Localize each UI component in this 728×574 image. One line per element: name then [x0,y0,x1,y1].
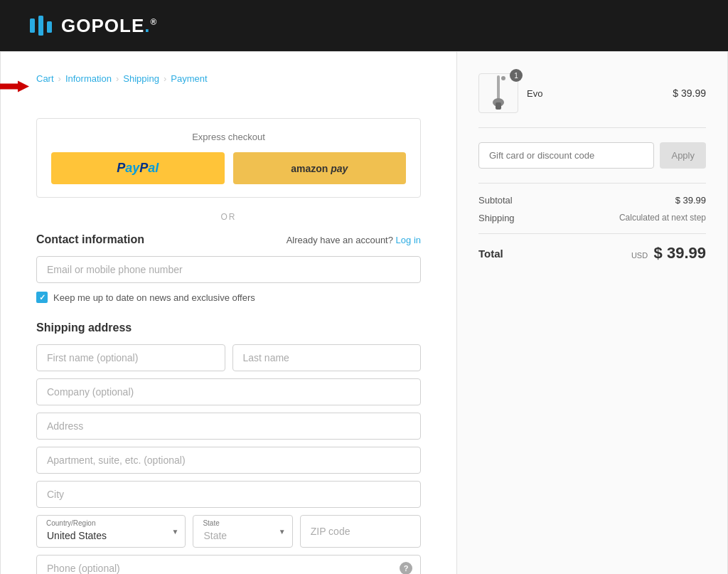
discount-row: Apply [478,142,706,169]
express-buttons: PayPal amazon pay [51,152,406,184]
phone-help-icon[interactable]: ? [400,562,412,574]
amazon-pay-logo: amazon pay [291,163,348,174]
paypal-button[interactable]: PayPal [51,152,225,184]
country-wrapper: Country/Region United States ▼ [36,515,186,548]
right-panel: 1 Evo $ 39.99 Apply Subtotal $ 39.99 Shi… [457,52,727,574]
product-price: $ 39.99 [673,87,706,99]
email-group [36,256,421,283]
or-divider: OR [36,212,421,222]
product-info: 1 Evo [478,73,542,113]
express-checkout-title: Express checkout [51,132,406,142]
svg-rect-7 [496,102,501,110]
contact-section-header: Contact information Already have an acco… [36,233,421,246]
first-name-input[interactable] [36,344,225,371]
svg-rect-0 [30,18,35,33]
state-wrapper: State State ▼ [193,515,292,548]
logo-reg: ® [150,17,157,27]
product-image: 1 [478,73,518,113]
city-input[interactable] [36,481,421,508]
breadcrumb-sep-1: › [58,73,61,84]
address-input[interactable] [36,413,421,440]
contact-section-title: Contact information [36,233,144,246]
product-name: Evo [527,88,542,99]
header: GOPOLE.® [0,0,728,51]
shipping-section: Shipping address Country/Region [36,321,421,574]
name-row [36,344,421,371]
company-group [36,378,421,405]
apt-group [36,447,421,474]
svg-rect-2 [47,21,52,33]
total-usd-label: USD [631,251,648,260]
breadcrumb-sep-3: › [164,73,166,84]
product-badge: 1 [510,69,523,82]
svg-point-8 [501,76,505,80]
email-input[interactable] [36,256,421,283]
main-wrapper: Cart › Information › Shipping › Payment … [0,51,728,574]
product-svg [488,75,509,111]
shipping-row: Shipping Calculated at next step [478,213,706,223]
city-group [36,481,421,508]
grand-total-label: Total [478,248,503,260]
phone-input[interactable] [36,555,421,574]
breadcrumb: Cart › Information › Shipping › Payment [36,73,208,84]
country-label: Country/Region [46,519,95,527]
logo-text: GOPOLE.® [61,15,157,37]
grand-total-value: USD $ 39.99 [631,244,706,262]
country-state-zip-row: Country/Region United States ▼ State Sta… [36,515,421,548]
svg-marker-3 [0,80,29,92]
svg-rect-1 [38,16,43,36]
breadcrumb-arrow-indicator [0,78,29,97]
address-group [36,413,421,440]
amazon-pay-button[interactable]: amazon pay [233,152,407,184]
express-checkout-section: Express checkout PayPal amazon pay [36,118,421,198]
totals-section: Subtotal $ 39.99 Shipping Calculated at … [478,183,706,223]
state-label: State [203,519,219,527]
already-account-text: Already have an account? Log in [287,235,421,245]
subtotal-value: $ 39.99 [675,195,706,206]
zip-input[interactable] [300,515,421,548]
company-input[interactable] [36,378,421,405]
breadcrumb-cart[interactable]: Cart [36,73,54,84]
contact-section: Contact information Already have an acco… [36,233,421,303]
logo-icon [28,13,54,38]
product-row: 1 Evo $ 39.99 [478,73,706,128]
subtotal-label: Subtotal [478,195,513,206]
logo: GOPOLE.® [28,13,157,38]
breadcrumb-information[interactable]: Information [65,73,112,84]
shipping-label: Shipping [478,213,515,223]
subtotal-row: Subtotal $ 39.99 [478,195,706,206]
breadcrumb-sep-2: › [116,73,119,84]
grand-total-row: Total USD $ 39.99 [478,233,706,262]
breadcrumb-shipping[interactable]: Shipping [123,73,159,84]
discount-input[interactable] [478,142,654,169]
shipping-section-title: Shipping address [36,321,421,334]
shipping-value: Calculated at next step [619,213,706,223]
phone-group: ? [36,555,421,574]
newsletter-checkbox[interactable] [36,292,48,303]
left-panel: Cart › Information › Shipping › Payment … [1,52,457,574]
newsletter-row: Keep me up to date on news and exclusive… [36,292,421,303]
apply-button[interactable]: Apply [660,142,706,169]
apt-input[interactable] [36,447,421,474]
paypal-logo: PayPal [117,161,159,176]
breadcrumb-payment[interactable]: Payment [171,73,207,84]
newsletter-label: Keep me up to date on news and exclusive… [53,292,255,303]
login-link[interactable]: Log in [396,235,421,245]
svg-rect-5 [497,75,500,100]
last-name-input[interactable] [232,344,422,371]
